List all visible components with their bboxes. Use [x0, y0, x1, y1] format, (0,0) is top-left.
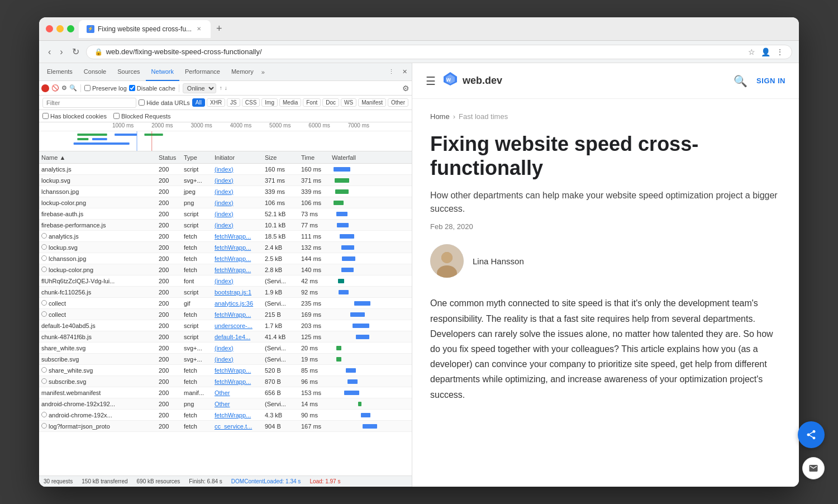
hide-data-urls-checkbox[interactable]: [139, 99, 145, 106]
filter-manifest[interactable]: Manifest: [358, 98, 386, 107]
table-row[interactable]: lockup.svg 200 svg+... (index) 371 ms 37…: [39, 175, 412, 186]
close-button[interactable]: [46, 25, 53, 32]
filter-font[interactable]: Font: [303, 98, 321, 107]
table-row[interactable]: share_white.svg 200 fetch fetchWrapp... …: [39, 365, 412, 376]
devtools-tabs: Elements Console Sources Network Perform…: [39, 63, 412, 81]
disable-cache-checkbox[interactable]: [129, 85, 135, 91]
bookmark-icon[interactable]: ☆: [748, 47, 755, 56]
search-icon[interactable]: 🔍: [734, 74, 747, 88]
tab-console[interactable]: Console: [78, 63, 112, 81]
table-row[interactable]: firebase-auth.js 200 script (index) 52.1…: [39, 208, 412, 220]
forward-button[interactable]: ›: [58, 45, 65, 59]
tab-sources[interactable]: Sources: [112, 63, 145, 81]
cell-name: lockup-color.png: [39, 267, 156, 273]
table-row[interactable]: default-1e40abd5.js 200 script underscor…: [39, 320, 412, 331]
table-row[interactable]: chunk-fc110256.js 200 script bootstrap.j…: [39, 287, 412, 298]
table-row[interactable]: collect 200 fetch fetchWrapp... 215 B 16…: [39, 309, 412, 320]
maximize-button[interactable]: [67, 25, 74, 32]
table-row[interactable]: subscribe.svg 200 svg+... (index) (Servi…: [39, 354, 412, 365]
table-row[interactable]: android-chrome-192x... 200 fetch fetchWr…: [39, 410, 412, 421]
table-row[interactable]: share_white.svg 200 svg+... (index) (Ser…: [39, 343, 412, 354]
search-icon[interactable]: 🔍: [69, 84, 77, 92]
table-row[interactable]: firebase-performance.js 200 script (inde…: [39, 220, 412, 231]
filter-xhr[interactable]: XHR: [207, 98, 225, 107]
col-header-size[interactable]: Size: [263, 154, 299, 161]
share-fab[interactable]: [798, 421, 799, 448]
more-tabs-icon[interactable]: »: [259, 69, 267, 75]
table-row[interactable]: lchansson.jpg 200 fetch fetchWrapp... 2.…: [39, 253, 412, 264]
filter-media[interactable]: Media: [279, 98, 301, 107]
filter-input[interactable]: [42, 98, 136, 108]
throttle-select[interactable]: Online: [183, 83, 216, 93]
tab-memory[interactable]: Memory: [226, 63, 259, 81]
cell-time: 19 ms: [299, 356, 330, 363]
has-blocked-cookies-text: Has blocked cookies: [50, 113, 107, 120]
web-content[interactable]: ☰ w web.dev 🔍 SIGN IN: [412, 63, 799, 487]
col-header-initiator[interactable]: Initiator: [212, 154, 263, 161]
tab-network[interactable]: Network: [146, 63, 179, 81]
filter-doc[interactable]: Doc: [322, 98, 339, 107]
url-bar[interactable]: 🔒 web.dev/fixing-website-speed-cross-fun…: [86, 45, 792, 59]
sign-in-button[interactable]: SIGN IN: [756, 77, 785, 85]
table-row[interactable]: lockup.svg 200 fetch fetchWrapp... 2.4 k…: [39, 242, 412, 253]
table-row[interactable]: flUhRq6tzZclQEJ-Vdg-lui... 200 font (ind…: [39, 275, 412, 287]
table-row[interactable]: lockup-color.png 200 fetch fetchWrapp...…: [39, 264, 412, 275]
cell-name: flUhRq6tzZclQEJ-Vdg-lui...: [39, 278, 156, 284]
active-tab[interactable]: ⚡ Fixing website speed cross-fu... ✕: [79, 20, 211, 38]
author-avatar-svg: [430, 244, 464, 278]
tab-performance[interactable]: Performance: [179, 63, 226, 81]
col-header-time[interactable]: Time: [299, 154, 330, 161]
tab-elements[interactable]: Elements: [41, 63, 78, 81]
cell-status: 200: [156, 412, 182, 419]
table-row[interactable]: lchansson.jpg 200 jpeg (index) 339 ms 33…: [39, 186, 412, 197]
breadcrumb-home[interactable]: Home: [430, 112, 450, 121]
filter-icon[interactable]: ⚙: [61, 84, 67, 92]
settings-icon[interactable]: ⚙: [402, 84, 410, 93]
blocked-requests-label[interactable]: Blocked Requests: [113, 113, 171, 120]
table-row[interactable]: subscribe.svg 200 fetch fetchWrapp... 87…: [39, 376, 412, 387]
more-icon[interactable]: ⋮: [776, 47, 784, 56]
record-button[interactable]: [41, 84, 49, 92]
filter-other[interactable]: Other: [388, 98, 408, 107]
filter-ws[interactable]: WS: [341, 98, 356, 107]
table-row[interactable]: chunk-48741f6b.js 200 script default-1e4…: [39, 331, 412, 343]
tab-close-button[interactable]: ✕: [195, 25, 203, 33]
table-row[interactable]: log?format=json_proto 200 fetch cc_servi…: [39, 421, 412, 432]
has-blocked-cookies-checkbox[interactable]: [42, 113, 49, 119]
new-tab-button[interactable]: +: [213, 23, 226, 35]
clear-button[interactable]: 🚫: [51, 84, 59, 92]
minimize-button[interactable]: [56, 25, 64, 32]
table-row[interactable]: analytics.js 200 fetch fetchWrapp... 18.…: [39, 231, 412, 242]
table-row[interactable]: manifest.webmanifest 200 manif... Other …: [39, 387, 412, 398]
cell-size: 41.4 kB: [263, 334, 299, 340]
cell-initiator: Other: [212, 389, 263, 396]
preserve-log-checkbox[interactable]: [84, 85, 91, 91]
profile-icon[interactable]: 👤: [761, 47, 770, 56]
cell-time: 111 ms: [299, 233, 330, 240]
menu-icon[interactable]: ☰: [426, 74, 436, 88]
hide-data-urls-label[interactable]: Hide data URLs: [139, 99, 190, 106]
preserve-log-label[interactable]: Preserve log: [84, 85, 127, 92]
has-blocked-cookies-label[interactable]: Has blocked cookies: [42, 113, 107, 120]
reload-button[interactable]: ↻: [70, 44, 82, 59]
devtools-more-icon[interactable]: ⋮: [386, 68, 397, 75]
breadcrumb-section[interactable]: Fast load times: [459, 112, 508, 121]
disable-cache-label[interactable]: Disable cache: [129, 85, 175, 92]
network-table[interactable]: Name ▲ Status Type Initiator Size Time W…: [39, 151, 412, 476]
table-row[interactable]: analytics.js 200 script (index) 160 ms 1…: [39, 164, 412, 175]
filter-img[interactable]: Img: [261, 98, 278, 107]
blocked-requests-checkbox[interactable]: [113, 113, 120, 119]
filter-css[interactable]: CSS: [242, 98, 260, 107]
table-row[interactable]: android-chrome-192x192... 200 png Other …: [39, 398, 412, 410]
table-row[interactable]: lockup-color.png 200 png (index) 106 ms …: [39, 197, 412, 208]
col-header-status[interactable]: Status: [156, 154, 182, 161]
table-row[interactable]: collect 200 gif analytics.js:36 (Servi..…: [39, 298, 412, 309]
col-header-type[interactable]: Type: [182, 154, 212, 161]
filter-js[interactable]: JS: [227, 98, 240, 107]
filter-all[interactable]: All: [192, 98, 205, 107]
col-header-name[interactable]: Name ▲: [39, 154, 156, 161]
col-header-waterfall[interactable]: Waterfall: [330, 154, 412, 161]
devtools-close-icon[interactable]: ✕: [400, 68, 410, 75]
back-button[interactable]: ‹: [46, 45, 53, 59]
site-logo[interactable]: w web.dev: [442, 71, 502, 91]
